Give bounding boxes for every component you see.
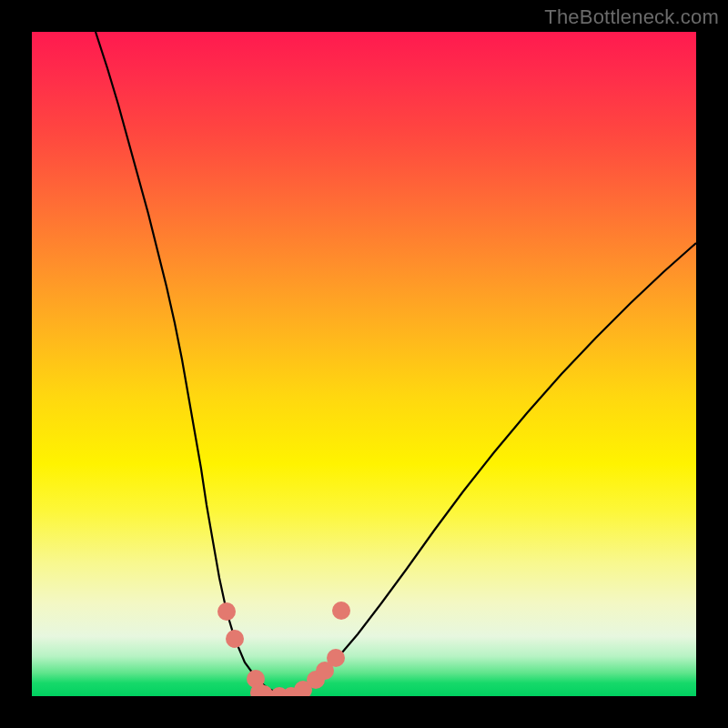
marker-layer bbox=[32, 32, 696, 696]
markers bbox=[217, 602, 350, 696]
marker-dot bbox=[332, 602, 350, 620]
marker-dot bbox=[217, 602, 236, 621]
marker-dot bbox=[327, 649, 345, 667]
marker-dot bbox=[226, 630, 244, 648]
watermark-label: TheBottleneck.com bbox=[544, 5, 719, 29]
plot-area bbox=[32, 32, 696, 696]
stage: TheBottleneck.com bbox=[0, 0, 728, 728]
